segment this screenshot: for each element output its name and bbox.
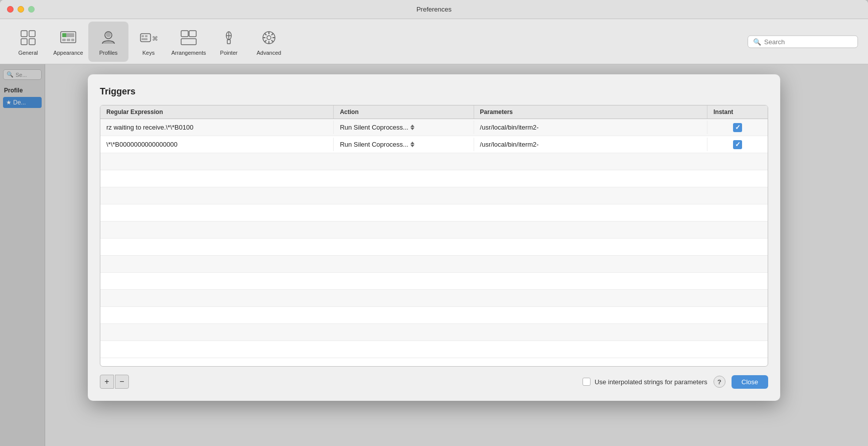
action-cell-2[interactable]: Run Silent Coprocess...: [340, 141, 414, 148]
svg-point-25: [267, 36, 271, 40]
svg-line-30: [265, 33, 267, 35]
row1-checkbox[interactable]: ✓: [733, 123, 742, 132]
action-arrows-2[interactable]: [410, 142, 414, 147]
toolbar-item-keys[interactable]: ⌘ Keys: [128, 22, 169, 62]
svg-rect-18: [189, 31, 196, 37]
row1-action: Run Silent Coprocess...: [334, 121, 474, 134]
svg-rect-3: [29, 39, 35, 45]
interpolate-checkbox[interactable]: [583, 378, 591, 386]
help-button[interactable]: ?: [713, 376, 726, 388]
search-box[interactable]: 🔍: [748, 35, 858, 48]
appearance-icon: [58, 28, 78, 48]
window-controls: [7, 6, 35, 13]
svg-rect-17: [181, 31, 188, 37]
add-remove-buttons: + −: [100, 375, 129, 389]
svg-rect-12: [140, 34, 151, 42]
arrow-up-icon: [410, 125, 414, 127]
close-button[interactable]: Close: [732, 375, 768, 389]
toolbar-item-arrangements[interactable]: Arrangements: [169, 22, 209, 62]
empty-row: [100, 290, 768, 307]
toolbar-item-advanced[interactable]: Advanced: [249, 22, 289, 62]
svg-rect-0: [21, 31, 27, 37]
row2-parameters: /usr/local/bin/iterm2-: [474, 138, 707, 151]
svg-rect-14: [145, 35, 148, 37]
arrangements-label: Arrangements: [171, 50, 206, 56]
row2-regex: \*\*B0000000000000000: [100, 138, 334, 151]
pointer-icon: [219, 28, 239, 48]
empty-row: [100, 324, 768, 341]
empty-row: [100, 170, 768, 187]
general-label: General: [18, 50, 38, 56]
arrow-down-icon: [410, 128, 414, 130]
col-header-parameters: Parameters: [474, 105, 707, 119]
table-row[interactable]: rz waiting to receive.\*\*B0100 Run Sile…: [100, 119, 768, 136]
interpolate-label: Use interpolated strings for parameters: [595, 378, 707, 386]
toolbar: General Appearance: [0, 19, 868, 64]
empty-row: [100, 204, 768, 221]
col-header-action: Action: [334, 105, 474, 119]
col-header-regex: Regular Expression: [100, 105, 334, 119]
close-button[interactable]: [7, 6, 14, 13]
svg-rect-23: [227, 40, 230, 44]
appearance-label: Appearance: [53, 50, 83, 56]
titlebar: Preferences: [0, 0, 868, 19]
row1-instant[interactable]: ✓: [707, 120, 768, 135]
svg-point-11: [106, 32, 111, 37]
dialog-title: Triggers: [100, 86, 768, 97]
search-icon: 🔍: [753, 38, 761, 45]
toolbar-item-general[interactable]: General: [8, 22, 48, 62]
pointer-label: Pointer: [220, 50, 238, 56]
row2-instant[interactable]: ✓: [707, 137, 768, 152]
dialog-overlay: Triggers Regular Expression Action Param…: [0, 64, 868, 446]
empty-row: [100, 153, 768, 170]
toolbar-item-appearance[interactable]: Appearance: [48, 22, 88, 62]
svg-line-32: [271, 33, 273, 35]
svg-rect-7: [62, 39, 66, 41]
action-cell-1[interactable]: Run Silent Coprocess...: [340, 124, 414, 131]
empty-row: [100, 307, 768, 324]
content-area: 🔍 Se... Profile ★ De... Triggers Regular…: [0, 64, 868, 446]
general-icon: [18, 28, 38, 48]
empty-row: [100, 273, 768, 290]
interpolate-option[interactable]: Use interpolated strings for parameters: [583, 378, 707, 386]
arrow-down-icon: [410, 145, 414, 147]
svg-rect-19: [181, 39, 196, 45]
empty-row: [100, 256, 768, 273]
row2-checkbox[interactable]: ✓: [733, 140, 742, 149]
table-row[interactable]: \*\*B0000000000000000 Run Silent Coproce…: [100, 136, 768, 153]
triggers-table: Regular Expression Action Parameters Ins…: [100, 105, 768, 367]
keys-label: Keys: [142, 50, 155, 56]
remove-row-button[interactable]: −: [115, 375, 129, 389]
triggers-dialog: Triggers Regular Expression Action Param…: [88, 74, 780, 401]
svg-rect-9: [71, 39, 74, 41]
row1-regex: rz waiting to receive.\*\*B0100: [100, 121, 334, 134]
arrow-up-icon: [410, 142, 414, 144]
add-row-button[interactable]: +: [100, 375, 114, 389]
svg-rect-6: [62, 33, 66, 37]
minimize-button[interactable]: [18, 6, 24, 13]
svg-line-31: [271, 40, 273, 42]
search-input[interactable]: [764, 38, 852, 45]
keys-icon: ⌘: [138, 28, 159, 48]
svg-rect-13: [141, 35, 144, 37]
action-arrows-1[interactable]: [410, 125, 414, 130]
toolbar-item-pointer[interactable]: Pointer: [209, 22, 249, 62]
empty-row: [100, 221, 768, 239]
svg-rect-15: [141, 38, 148, 40]
advanced-label: Advanced: [257, 50, 281, 56]
profiles-icon: [98, 28, 118, 48]
table-header: Regular Expression Action Parameters Ins…: [100, 105, 768, 119]
toolbar-item-profiles[interactable]: Profiles: [88, 22, 128, 62]
advanced-icon: [259, 28, 279, 48]
empty-row: [100, 187, 768, 204]
svg-text:⌘: ⌘: [152, 35, 158, 42]
svg-rect-8: [67, 39, 70, 41]
maximize-button[interactable]: [28, 6, 35, 13]
arrangements-icon: [179, 28, 199, 48]
preferences-window: Preferences General: [0, 0, 868, 446]
svg-rect-2: [21, 39, 27, 45]
svg-line-33: [265, 40, 267, 42]
empty-row: [100, 341, 768, 358]
table-body: rz waiting to receive.\*\*B0100 Run Sile…: [100, 119, 768, 358]
col-header-instant: Instant: [707, 105, 768, 119]
